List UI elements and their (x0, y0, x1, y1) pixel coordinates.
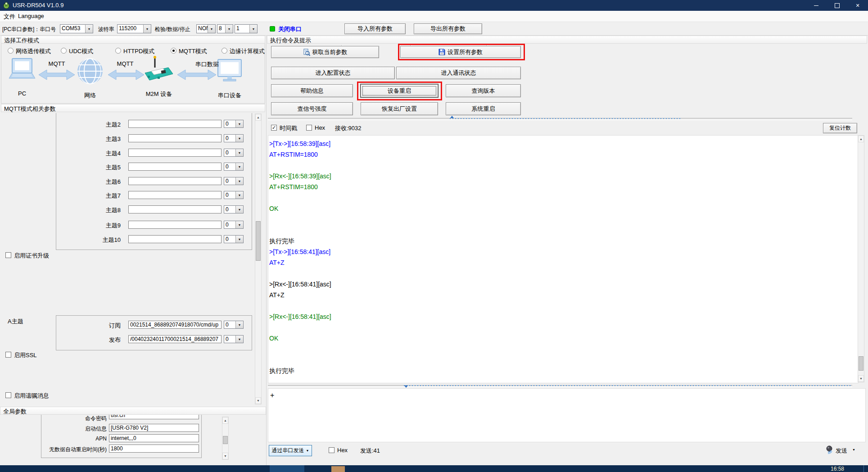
collapse-down-icon[interactable] (404, 386, 408, 388)
chevron-down-icon[interactable]: ▼ (235, 321, 243, 328)
subscribe-qos-select[interactable]: 0▼ (224, 321, 244, 329)
scroll-up-icon[interactable]: ▲ (858, 136, 864, 142)
topic-qos-select[interactable]: 0▼ (224, 221, 244, 229)
topic-qos-select[interactable]: 0▼ (224, 191, 244, 199)
cmd-password-input[interactable] (109, 415, 199, 419)
chevron-down-icon[interactable]: ▼ (235, 236, 243, 243)
scroll-down-icon[interactable]: ▼ (255, 397, 261, 404)
log-scrollbar[interactable]: ▲ ▼ (858, 135, 864, 382)
topic-input[interactable] (128, 149, 222, 157)
chevron-down-icon[interactable]: ▼ (235, 135, 243, 142)
enter-config-state-button[interactable]: 进入配置状态 (271, 67, 395, 79)
topic-qos-select[interactable]: 0▼ (224, 134, 244, 142)
topic-input[interactable] (128, 235, 222, 243)
topic-input[interactable] (128, 221, 222, 229)
workmode-radio-3[interactable] (115, 48, 121, 54)
workmode-radio-5[interactable] (222, 48, 227, 54)
topic-input[interactable] (128, 120, 222, 128)
topic-input[interactable] (128, 191, 222, 199)
maximize-button[interactable] (827, 0, 847, 11)
parity-select[interactable]: NONI▼ (196, 24, 216, 33)
workmode-radio-4[interactable] (171, 48, 176, 54)
taskbar-folder-icon[interactable] (331, 466, 345, 472)
workmode-radio-1[interactable] (8, 48, 14, 54)
query-signal-button[interactable]: 查信号强度 (271, 102, 353, 115)
cert-upgrade-checkbox[interactable] (5, 252, 11, 258)
apn-input[interactable] (109, 434, 199, 442)
hex-send-checkbox[interactable] (329, 447, 335, 453)
topic-qos-select[interactable]: 0▼ (224, 205, 244, 213)
scrollbar-thumb[interactable] (256, 221, 261, 261)
will-message-checkbox[interactable] (5, 392, 11, 398)
baud-select[interactable]: 115200▼ (117, 24, 151, 33)
topic-qos-select[interactable]: 0▼ (224, 149, 244, 157)
scroll-up-icon[interactable]: ▲ (222, 417, 228, 424)
device-restart-button[interactable]: 设备重启 (361, 84, 438, 97)
scrollbar-thumb[interactable] (223, 436, 228, 444)
timestamp-checkbox[interactable]: ✓ (271, 125, 277, 131)
global-scrollbar[interactable]: ▲ ▼ (222, 417, 229, 460)
menu-file[interactable]: 文件 (4, 13, 15, 21)
chevron-down-icon[interactable]: ▼ (225, 25, 233, 33)
hex-display-checkbox[interactable] (306, 125, 312, 131)
databits-select[interactable]: 8▼ (217, 24, 233, 33)
scroll-down-icon[interactable]: ▼ (222, 453, 228, 459)
port-select[interactable]: COM53▼ (60, 24, 93, 33)
no-data-restart-input[interactable] (109, 445, 199, 453)
get-params-button[interactable]: 获取当前参数 (271, 46, 379, 58)
enter-comm-state-button[interactable]: 进入通讯状态 (396, 67, 521, 79)
chevron-down-icon[interactable]: ▼ (235, 221, 243, 228)
ssl-checkbox[interactable] (5, 352, 11, 358)
publish-qos-select[interactable]: 0▼ (224, 335, 244, 343)
send-input-area[interactable]: + (268, 388, 866, 442)
reset-counter-button[interactable]: 复位计数 (823, 123, 857, 133)
close-button[interactable]: ✕ (847, 0, 868, 11)
chevron-down-icon[interactable]: ▼ (235, 336, 243, 343)
system-restart-button[interactable]: 系统重启 (446, 102, 521, 115)
topic-qos-select[interactable]: 0▼ (224, 120, 244, 128)
splitter-bottom-handle[interactable] (404, 385, 852, 386)
chevron-down-icon[interactable]: ▼ (852, 448, 855, 451)
scrollbar-thumb[interactable] (859, 356, 863, 371)
collapse-up-icon[interactable] (450, 116, 454, 118)
chevron-down-icon[interactable]: ▼ (249, 25, 257, 33)
chevron-down-icon[interactable]: ▼ (143, 25, 151, 33)
chevron-down-icon[interactable]: ▼ (85, 25, 93, 33)
send-via-serial-button[interactable]: 通过串口发送 ▼ (269, 445, 312, 456)
import-params-button[interactable]: 导入所有参数 (344, 23, 406, 34)
menu-language[interactable]: Language (18, 13, 44, 19)
topic-input[interactable] (128, 163, 222, 171)
taskbar-app-icon[interactable] (270, 465, 304, 472)
subscribe-topic-input[interactable] (128, 321, 222, 329)
mqtt-scrollbar[interactable]: ▲ ▼ (255, 113, 262, 404)
workmode-radio-2[interactable] (61, 48, 67, 54)
topic-input[interactable] (128, 177, 222, 185)
chevron-down-icon[interactable]: ▼ (235, 163, 243, 170)
chevron-down-icon[interactable]: ▼ (208, 25, 215, 33)
export-params-button[interactable]: 导出所有参数 (414, 23, 482, 34)
chevron-down-icon[interactable]: ▼ (235, 177, 243, 185)
chevron-down-icon[interactable]: ▼ (235, 120, 243, 127)
startup-info-input[interactable] (109, 424, 199, 432)
topic-input[interactable] (128, 134, 222, 142)
scroll-down-icon[interactable]: ▼ (858, 375, 864, 382)
topic-input[interactable] (128, 205, 222, 213)
scroll-up-icon[interactable]: ▲ (255, 114, 261, 121)
minimize-button[interactable] (806, 0, 827, 11)
chevron-down-icon[interactable]: ▼ (235, 206, 243, 213)
log-output[interactable]: >[Tx->][16:58:39][asc]AT+RSTIM=1800>[Rx<… (268, 135, 859, 383)
publish-topic-input[interactable] (128, 335, 222, 343)
query-version-button[interactable]: 查询版本 (446, 84, 521, 97)
close-port-button[interactable]: 关闭串口 (278, 25, 302, 33)
topic-qos-select[interactable]: 0▼ (224, 177, 244, 185)
chevron-down-icon[interactable]: ▼ (235, 191, 243, 199)
help-info-button[interactable]: 帮助信息 (271, 84, 353, 97)
set-all-params-button[interactable]: 设置所有参数 (400, 46, 521, 58)
topic-qos-select[interactable]: 0▼ (224, 235, 244, 243)
splitter-top-handle[interactable] (450, 118, 682, 119)
send-button[interactable]: 发送 (836, 447, 847, 455)
topic-qos-select[interactable]: 0▼ (224, 163, 244, 171)
factory-reset-button[interactable]: 恢复出厂设置 (361, 102, 438, 115)
chevron-down-icon[interactable]: ▼ (235, 149, 243, 156)
stopbits-select[interactable]: 1▼ (235, 24, 258, 33)
